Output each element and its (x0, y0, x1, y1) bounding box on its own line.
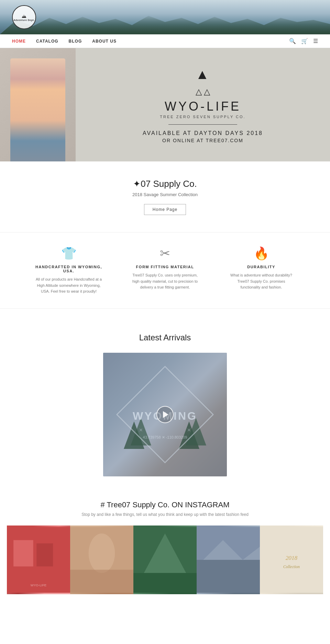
logo-mountain-icon: ⛰ (22, 13, 26, 19)
instagram-img-1: WYO-LIFE (7, 526, 70, 594)
hero-brand-name: WYO-LIFE (165, 99, 241, 114)
video-overlay (103, 353, 227, 476)
navigation: HOME CATALOG BLOG ABOUT US 🔍 🛒 ☰ (0, 34, 330, 48)
feature-handcrafted: 👕 HANDCRAFTED IN WYOMING, USA. All of ou… (34, 246, 103, 295)
supply-title: ✦07 Supply Co. (7, 179, 323, 189)
hero-banner: ▲△ △ WYO-LIFE TREE ZERO SEVEN SUPPLY CO.… (0, 48, 330, 161)
feature-durability-title: DURABILITY (227, 265, 296, 269)
svg-rect-16 (70, 570, 133, 593)
latest-arrivals-section: Latest Arrivals WYOMING 43.739758 ✕ -110… (0, 316, 330, 483)
fire-icon: 🔥 (227, 246, 296, 261)
menu-icon[interactable]: ☰ (313, 38, 318, 44)
instagram-title: # Tree07 Supply Co. ON INSTAGRAM (7, 500, 323, 509)
svg-text:2018: 2018 (286, 555, 298, 561)
cart-icon[interactable]: 🛒 (301, 38, 308, 44)
svg-text:Collection: Collection (283, 565, 300, 569)
svg-rect-11 (13, 540, 33, 566)
supply-subtitle: 2018 Savage Summer Collection (7, 192, 323, 197)
instagram-img-4 (197, 526, 260, 594)
search-icon[interactable]: 🔍 (289, 38, 296, 44)
nav-links: HOME CATALOG BLOG ABOUT US (12, 39, 289, 44)
shirt-icon: 👕 (34, 246, 103, 261)
instagram-grid: WYO-LIFE (7, 526, 323, 594)
hero-divider (168, 124, 237, 125)
nav-home[interactable]: HOME (12, 39, 26, 44)
scissors-icon: ✂ (131, 246, 199, 261)
nav-about[interactable]: ABOUT US (92, 39, 117, 44)
feature-handcrafted-desc: All of our products are Handcrafted at a… (34, 276, 103, 295)
model-figure (10, 58, 65, 161)
svg-text:WYO-LIFE: WYO-LIFE (31, 583, 46, 587)
instagram-item-4[interactable] (197, 526, 260, 594)
nav-catalog[interactable]: CATALOG (36, 39, 58, 44)
instagram-item-3[interactable] (133, 526, 197, 594)
instagram-img-3 (133, 526, 197, 594)
feature-material-title: FORM FITTING MATERIAL (131, 265, 199, 269)
header-banner: ⛰ Adventure Dept. (0, 0, 330, 34)
instagram-item-2[interactable] (70, 526, 133, 594)
latest-arrivals-title: Latest Arrivals (7, 333, 323, 342)
instagram-img-2 (70, 526, 133, 594)
play-triangle-icon (163, 411, 168, 418)
nav-blog[interactable]: BLOG (69, 39, 82, 44)
hero-brand-sub: TREE ZERO SEVEN SUPPLY CO. (160, 115, 245, 119)
instagram-item-1[interactable]: WYO-LIFE (7, 526, 70, 594)
feature-material: ✂ FORM FITTING MATERIAL Tree07 Supply Co… (131, 246, 199, 295)
hero-tagline2: OR ONLINE AT TREE07.COM (162, 138, 243, 143)
svg-rect-21 (197, 560, 260, 593)
video-container[interactable]: WYOMING 43.739758 ✕ -110.803209 ✕ ✕ (103, 353, 227, 476)
hero-tagline1: AVAILABLE AT DAYTON DAYS 2018 (143, 130, 263, 136)
hero-model (0, 48, 76, 161)
instagram-section: # Tree07 Supply Co. ON INSTAGRAM Stop by… (0, 483, 330, 601)
instagram-img-5: 2018 Collection (260, 526, 323, 594)
features-section: 👕 HANDCRAFTED IN WYOMING, USA. All of ou… (0, 232, 330, 309)
logo-text: Adventure Dept. (13, 19, 35, 21)
trees-decoration (0, 14, 330, 34)
svg-rect-12 (36, 543, 53, 566)
feature-durability: 🔥 DURABILITY What is adventure without d… (227, 246, 296, 295)
feature-handcrafted-title: HANDCRAFTED IN WYOMING, USA. (34, 265, 103, 273)
feature-material-desc: Tree07 Supply Co. uses only premium, hig… (131, 272, 199, 291)
play-button[interactable] (156, 406, 174, 423)
home-page-button[interactable]: Home Page (144, 204, 186, 215)
instagram-item-5[interactable]: 2018 Collection (260, 526, 323, 594)
svg-rect-19 (133, 573, 197, 593)
hero-content: ▲△ △ WYO-LIFE TREE ZERO SEVEN SUPPLY CO.… (76, 60, 330, 150)
logo[interactable]: ⛰ Adventure Dept. (12, 5, 36, 29)
feature-durability-desc: What is adventure without durability? Tr… (227, 272, 296, 291)
supply-section: ✦07 Supply Co. 2018 Savage Summer Collec… (0, 161, 330, 225)
hero-mountain-icon: ▲△ △ (196, 67, 210, 98)
instagram-subtitle: Stop by and like a few things, tell us w… (7, 512, 323, 517)
svg-point-15 (89, 533, 115, 573)
nav-icons: 🔍 🛒 ☰ (289, 38, 318, 44)
